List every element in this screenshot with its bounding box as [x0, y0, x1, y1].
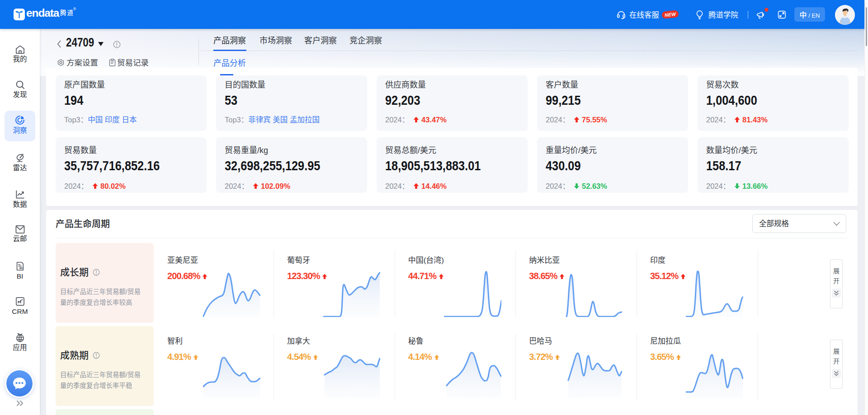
- svg-text:BI: BI: [19, 266, 23, 270]
